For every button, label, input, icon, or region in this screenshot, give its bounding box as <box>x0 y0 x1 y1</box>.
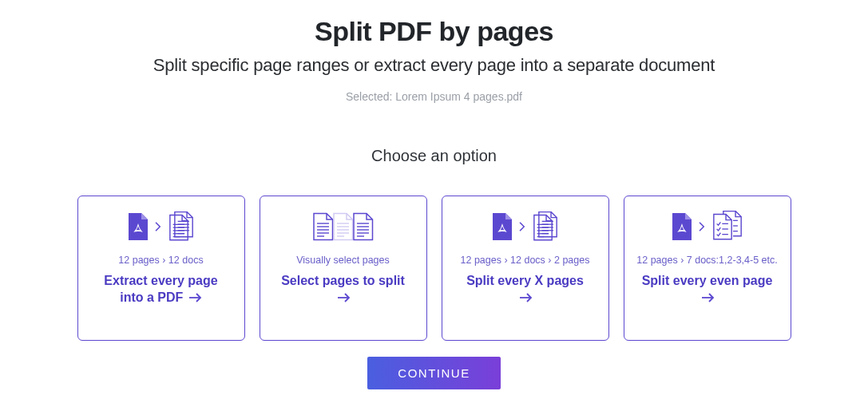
pdf-file-icon <box>126 213 149 241</box>
card-title: Extract every page into a PDF <box>93 273 229 306</box>
card-title-text: Select pages to split <box>281 274 405 287</box>
option-extract-every-page[interactable]: 12 pages › 12 docs Extract every page in… <box>77 196 245 341</box>
card-title-text: Split every even page <box>642 274 773 287</box>
arrow-right-icon <box>189 292 202 303</box>
card-title: Split every even page <box>640 273 775 306</box>
doc-trio-icon <box>311 211 375 242</box>
card-title: Split every X pages <box>458 273 593 306</box>
chevron-right-icon <box>697 222 707 231</box>
choose-option-label: Choose an option <box>0 147 868 165</box>
doc-stack-icon <box>532 211 560 242</box>
card-icon-group <box>490 211 560 243</box>
card-description: 12 pages › 12 docs <box>118 254 203 267</box>
selected-file-label: Selected: Lorem Ipsum 4 pages.pdf <box>0 90 868 103</box>
arrow-right-icon <box>338 292 351 303</box>
option-split-every-x[interactable]: 12 pages › 12 docs › 2 pages Split every… <box>442 196 609 341</box>
card-description: 12 pages › 12 docs › 2 pages <box>461 254 590 267</box>
card-title: Select pages to split <box>275 273 411 306</box>
page-title: Split PDF by pages <box>0 16 868 47</box>
card-icon-group <box>126 211 196 243</box>
doc-check-stack-icon <box>711 211 745 243</box>
card-description: 12 pages › 7 docs:1,2-3,4-5 etc. <box>636 254 778 267</box>
arrow-right-icon <box>520 292 533 303</box>
card-description: Visually select pages <box>296 254 390 267</box>
card-icon-group <box>670 211 745 243</box>
option-split-even-page[interactable]: 12 pages › 7 docs:1,2-3,4-5 etc. Split e… <box>624 196 791 341</box>
card-icon-group <box>311 211 375 243</box>
continue-button[interactable]: CONTINUE <box>367 357 500 389</box>
card-title-text: Split every X pages <box>466 274 584 287</box>
pdf-file-icon <box>490 213 513 241</box>
option-select-pages[interactable]: Visually select pages Select pages to sp… <box>260 196 427 341</box>
option-cards: 12 pages › 12 docs Extract every page in… <box>0 196 868 341</box>
page-subtitle: Split specific page ranges or extract ev… <box>0 55 868 76</box>
doc-stack-icon <box>168 211 196 242</box>
chevron-right-icon <box>517 222 527 231</box>
arrow-right-icon <box>702 292 715 303</box>
chevron-right-icon <box>153 222 163 231</box>
pdf-file-icon <box>670 213 692 241</box>
